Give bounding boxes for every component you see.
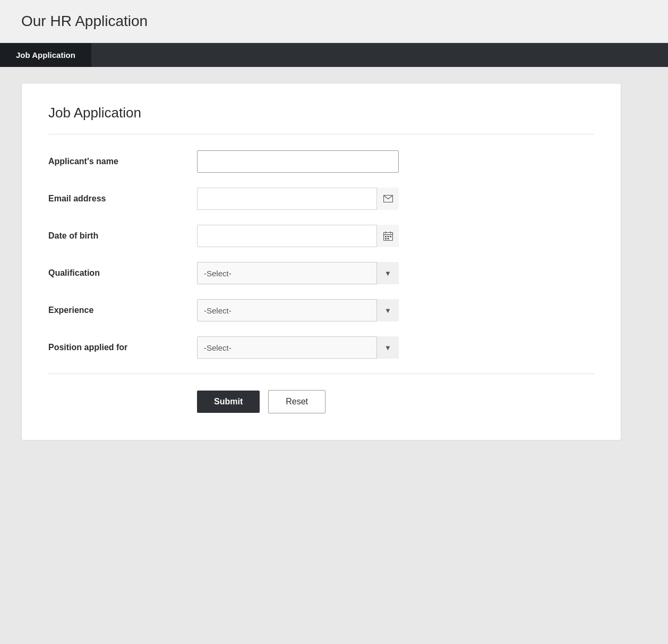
- form-title: Job Application: [48, 105, 594, 121]
- svg-rect-5: [385, 236, 387, 238]
- dob-row: Date of birth: [48, 225, 594, 247]
- experience-select[interactable]: -Select-: [197, 299, 399, 321]
- email-label: Email address: [48, 194, 197, 204]
- experience-select-wrapper: -Select- ▼: [197, 299, 399, 321]
- qualification-field: -Select- ▼: [197, 262, 399, 284]
- email-input[interactable]: [197, 188, 399, 210]
- form-card: Job Application Applicant's name Email a…: [21, 83, 621, 440]
- page-content: Job Application Applicant's name Email a…: [0, 67, 668, 456]
- qualification-select-wrapper: -Select- ▼: [197, 262, 399, 284]
- submit-button[interactable]: Submit: [197, 391, 260, 413]
- form-bottom-divider: [48, 374, 594, 374]
- qualification-label: Qualification: [48, 268, 197, 278]
- experience-label: Experience: [48, 306, 197, 315]
- calendar-icon: [376, 225, 399, 247]
- applicant-name-row: Applicant's name: [48, 150, 594, 173]
- button-row: Submit Reset: [48, 390, 594, 413]
- dob-input[interactable]: [197, 225, 399, 247]
- nav-bar: Job Application: [0, 43, 668, 67]
- nav-tab-job-application[interactable]: Job Application: [0, 43, 91, 67]
- position-select-wrapper: -Select- ▼: [197, 336, 399, 359]
- app-header: Our HR Application: [0, 0, 668, 43]
- svg-rect-8: [385, 238, 387, 240]
- experience-field: -Select- ▼: [197, 299, 399, 321]
- position-field: -Select- ▼: [197, 336, 399, 359]
- reset-button[interactable]: Reset: [268, 390, 326, 413]
- form-top-divider: [48, 134, 594, 134]
- email-row: Email address: [48, 188, 594, 210]
- position-row: Position applied for -Select- ▼: [48, 336, 594, 359]
- applicant-name-field: [197, 150, 399, 173]
- dob-label: Date of birth: [48, 231, 197, 241]
- dob-field: [197, 225, 399, 247]
- svg-rect-9: [387, 238, 389, 240]
- dob-input-wrapper: [197, 225, 399, 247]
- app-title: Our HR Application: [21, 13, 647, 30]
- email-field: [197, 188, 399, 210]
- position-select[interactable]: -Select-: [197, 336, 399, 359]
- applicant-name-input[interactable]: [197, 150, 399, 173]
- experience-row: Experience -Select- ▼: [48, 299, 594, 321]
- email-icon: [376, 188, 399, 210]
- email-input-wrapper: [197, 188, 399, 210]
- svg-rect-7: [390, 236, 391, 238]
- position-label: Position applied for: [48, 343, 197, 352]
- qualification-select[interactable]: -Select-: [197, 262, 399, 284]
- applicant-name-label: Applicant's name: [48, 157, 197, 166]
- svg-rect-6: [387, 236, 389, 238]
- qualification-row: Qualification -Select- ▼: [48, 262, 594, 284]
